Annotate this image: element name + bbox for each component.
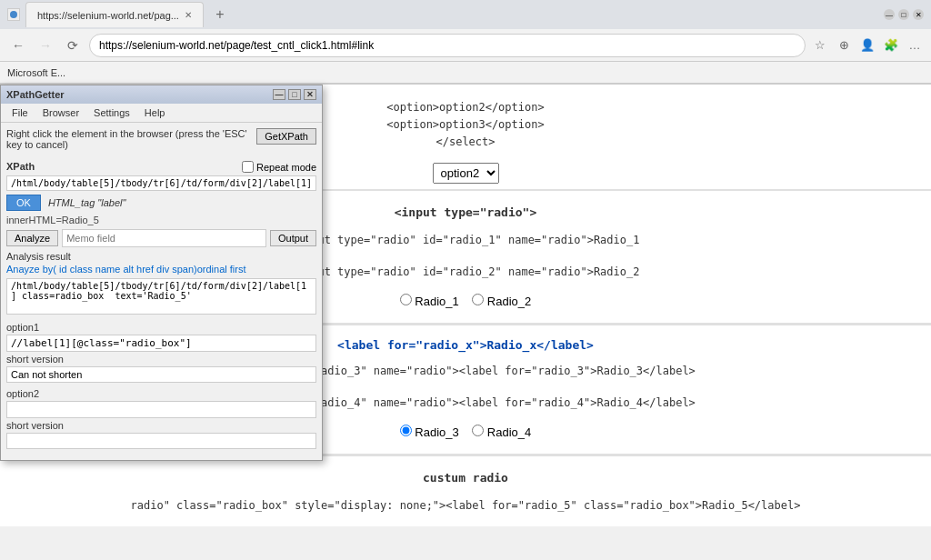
radio-2-label[interactable]: Radio_2 — [487, 295, 531, 308]
menu-browser[interactable]: Browser — [35, 105, 86, 120]
xpath-option1-label: option1 — [6, 322, 316, 333]
hub-icon[interactable]: ⊕ — [835, 36, 853, 55]
tab-title: https://selenium-world.net/pag... — [37, 10, 179, 21]
xpath-titlebar: XPathGetter — □ ✕ — [1, 85, 322, 104]
xpath-body: GetXPath Right click the element in the … — [1, 123, 322, 460]
custom-radio-heading: custum radio — [18, 471, 913, 485]
select-control[interactable]: option2 option3 — [433, 163, 499, 184]
minimize-btn[interactable]: — — [884, 9, 895, 20]
new-tab-btn[interactable]: + — [209, 4, 231, 25]
window-close-btn[interactable]: ✕ — [913, 9, 924, 20]
getxpath-btn[interactable]: GetXPath — [256, 128, 316, 145]
tab-close-btn[interactable]: ✕ — [185, 10, 192, 20]
xpath-input[interactable] — [6, 175, 316, 191]
back-btn[interactable]: ← — [7, 35, 29, 56]
xpath-option2-input[interactable] — [6, 401, 316, 418]
xpath-analyze-by-label[interactable]: Anayze by( id class name alt href div sp… — [6, 264, 316, 275]
favorites-label: Microsoft E... — [7, 67, 65, 78]
xpath-option2-label: option2 — [6, 388, 316, 399]
xpath-short-version-label: short version — [6, 354, 316, 365]
menu-settings[interactable]: Settings — [86, 105, 137, 120]
svg-point-0 — [10, 11, 17, 18]
browser-toolbar: ← → ⟳ ☆ ⊕ 👤 🧩 … — [0, 29, 931, 62]
profile-icon[interactable]: 👤 — [858, 36, 876, 55]
settings-icon[interactable]: … — [906, 36, 924, 55]
radio-4-label[interactable]: Radio_4 — [487, 425, 531, 439]
favorites-bar: Microsoft E... — [0, 62, 931, 84]
xpath-innerhtml: innerHTML=Radio_5 — [6, 215, 316, 225]
menu-file[interactable]: File — [5, 105, 35, 120]
forward-btn[interactable]: → — [35, 35, 56, 56]
address-bar[interactable] — [89, 34, 806, 57]
xpath-analyze-row: Analyze Output — [6, 229, 316, 247]
radio-1-label[interactable]: Radio_1 — [415, 295, 458, 308]
xpath-window-title: XPathGetter — [6, 89, 65, 100]
maximize-btn[interactable]: □ — [898, 9, 909, 20]
xpath-html-tag: HTML_tag "label" — [48, 197, 125, 208]
xpath-titlebar-controls: — □ ✕ — [273, 89, 316, 100]
refresh-btn[interactable]: ⟳ — [62, 35, 84, 56]
star-icon[interactable]: ☆ — [811, 36, 829, 55]
window-controls: — □ ✕ — [884, 9, 924, 20]
custom-code-1: radio" class="radio_box" style="display:… — [18, 490, 913, 522]
extensions-icon[interactable]: 🧩 — [882, 36, 900, 55]
custom-radio-section: custum radio radio" class="radio_box" st… — [0, 455, 931, 526]
main-layout: <option>option2</option> <option>option3… — [0, 85, 931, 526]
custom-code-2: radio" class="radio_box" style="display:… — [18, 523, 913, 527]
browser-tab[interactable]: https://selenium-world.net/pag... ✕ — [25, 2, 204, 27]
xpath-option1-input[interactable] — [6, 335, 316, 352]
browser-icon — [7, 8, 20, 21]
xpath-analyze-btn[interactable]: Analyze — [6, 230, 58, 246]
xpath-maximize-btn[interactable]: □ — [288, 89, 301, 100]
repeat-mode-checkbox[interactable] — [242, 161, 254, 173]
repeat-mode-label: Repeat mode — [256, 162, 316, 173]
titlebar: https://selenium-world.net/pag... ✕ + — … — [0, 0, 931, 29]
xpath-short-version2-input[interactable] — [6, 433, 316, 449]
xpath-short-version2-label: short version — [6, 420, 316, 431]
repeat-mode-row: Repeat mode — [242, 161, 316, 173]
xpath-ok-btn[interactable]: OK — [6, 195, 41, 211]
xpath-label: XPath — [6, 161, 242, 172]
xpath-memo-field[interactable] — [62, 229, 266, 247]
xpath-short-version-input[interactable] — [6, 366, 316, 383]
xpath-analysis-result-label: Analysis result — [6, 251, 316, 262]
menu-help[interactable]: Help — [137, 105, 173, 120]
xpath-minimize-btn[interactable]: — — [273, 89, 285, 100]
xpath-close-btn[interactable]: ✕ — [304, 89, 316, 100]
toolbar-icons: ☆ ⊕ 👤 🧩 … — [811, 36, 924, 55]
xpath-menubar: File Browser Settings Help — [1, 104, 322, 123]
xpath-window: XPathGetter — □ ✕ File Browser Settings … — [0, 85, 323, 461]
xpath-output-btn[interactable]: Output — [270, 230, 316, 246]
xpath-analysis-result — [6, 278, 316, 315]
radio-4-input[interactable] — [472, 425, 484, 436]
radio-3-input[interactable] — [400, 425, 412, 436]
browser-chrome: https://selenium-world.net/pag... ✕ + — … — [0, 0, 931, 85]
xpath-ok-row: OK HTML_tag "label" — [6, 195, 316, 211]
radio-3-label[interactable]: Radio_3 — [415, 425, 458, 439]
radio-1-input[interactable] — [400, 294, 412, 305]
radio-2-input[interactable] — [472, 294, 484, 305]
